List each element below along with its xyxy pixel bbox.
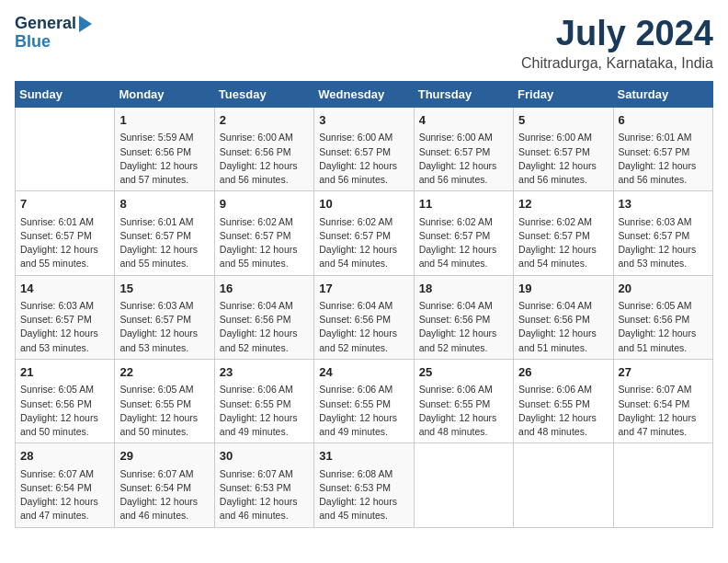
cell-details: Sunrise: 6:06 AM Sunset: 6:55 PM Dayligh… — [419, 383, 508, 439]
day-number: 14 — [20, 280, 109, 298]
calendar-cell: 4Sunrise: 6:00 AM Sunset: 6:57 PM Daylig… — [414, 107, 513, 190]
day-number: 26 — [518, 363, 608, 382]
header: General Blue July 2024 Chitradurga, Karn… — [15, 15, 713, 72]
calendar-cell: 31Sunrise: 6:08 AM Sunset: 6:53 PM Dayli… — [314, 443, 414, 527]
calendar-cell: 25Sunrise: 6:06 AM Sunset: 6:55 PM Dayli… — [414, 359, 513, 442]
logo: General Blue — [15, 15, 92, 52]
location-title: Chitradurga, Karnataka, India — [521, 55, 713, 72]
calendar-week-3: 14Sunrise: 6:03 AM Sunset: 6:57 PM Dayli… — [16, 275, 713, 359]
cell-details: Sunrise: 6:00 AM Sunset: 6:57 PM Dayligh… — [419, 131, 508, 187]
cell-details: Sunrise: 5:59 AM Sunset: 6:56 PM Dayligh… — [119, 131, 209, 187]
cell-details: Sunrise: 6:01 AM Sunset: 6:57 PM Dayligh… — [119, 215, 209, 271]
calendar-cell — [514, 443, 613, 527]
cell-details: Sunrise: 6:07 AM Sunset: 6:54 PM Dayligh… — [619, 383, 708, 439]
cell-details: Sunrise: 6:00 AM Sunset: 6:57 PM Dayligh… — [518, 131, 608, 187]
calendar-cell: 22Sunrise: 6:05 AM Sunset: 6:55 PM Dayli… — [115, 359, 214, 442]
cell-details: Sunrise: 6:02 AM Sunset: 6:57 PM Dayligh… — [518, 215, 608, 271]
calendar-cell — [16, 107, 115, 190]
calendar-cell: 9Sunrise: 6:02 AM Sunset: 6:57 PM Daylig… — [214, 191, 313, 275]
calendar-cell: 12Sunrise: 6:02 AM Sunset: 6:57 PM Dayli… — [514, 191, 613, 275]
calendar-cell: 11Sunrise: 6:02 AM Sunset: 6:57 PM Dayli… — [414, 191, 513, 275]
calendar-cell: 15Sunrise: 6:03 AM Sunset: 6:57 PM Dayli… — [115, 275, 214, 359]
day-number: 2 — [220, 111, 309, 130]
cell-details: Sunrise: 6:04 AM Sunset: 6:56 PM Dayligh… — [518, 299, 608, 355]
header-cell-wednesday: Wednesday — [314, 81, 414, 107]
calendar-cell: 18Sunrise: 6:04 AM Sunset: 6:56 PM Dayli… — [414, 275, 513, 359]
calendar-cell — [613, 443, 712, 527]
calendar-table: SundayMondayTuesdayWednesdayThursdayFrid… — [15, 81, 713, 528]
calendar-cell: 23Sunrise: 6:06 AM Sunset: 6:55 PM Dayli… — [214, 359, 313, 442]
day-number: 30 — [220, 447, 309, 465]
calendar-cell: 27Sunrise: 6:07 AM Sunset: 6:54 PM Dayli… — [613, 359, 712, 442]
day-number: 9 — [220, 195, 309, 213]
day-number: 1 — [119, 111, 209, 130]
day-number: 8 — [119, 195, 209, 213]
calendar-cell: 14Sunrise: 6:03 AM Sunset: 6:57 PM Dayli… — [16, 275, 115, 359]
cell-details: Sunrise: 6:01 AM Sunset: 6:57 PM Dayligh… — [20, 215, 109, 271]
calendar-cell: 7Sunrise: 6:01 AM Sunset: 6:57 PM Daylig… — [16, 191, 115, 275]
header-cell-saturday: Saturday — [613, 81, 712, 107]
day-number: 12 — [518, 195, 608, 213]
calendar-cell: 10Sunrise: 6:02 AM Sunset: 6:57 PM Dayli… — [314, 191, 414, 275]
calendar-cell: 28Sunrise: 6:07 AM Sunset: 6:54 PM Dayli… — [16, 443, 115, 527]
cell-details: Sunrise: 6:03 AM Sunset: 6:57 PM Dayligh… — [20, 299, 109, 355]
cell-details: Sunrise: 6:08 AM Sunset: 6:53 PM Dayligh… — [319, 467, 408, 523]
calendar-header-row: SundayMondayTuesdayWednesdayThursdayFrid… — [16, 81, 713, 107]
day-number: 15 — [119, 280, 209, 298]
day-number: 17 — [319, 280, 408, 298]
cell-details: Sunrise: 6:05 AM Sunset: 6:56 PM Dayligh… — [20, 383, 109, 439]
calendar-cell: 3Sunrise: 6:00 AM Sunset: 6:57 PM Daylig… — [314, 107, 414, 190]
day-number: 4 — [419, 111, 508, 130]
cell-details: Sunrise: 6:05 AM Sunset: 6:55 PM Dayligh… — [119, 383, 209, 439]
title-area: July 2024 Chitradurga, Karnataka, India — [521, 15, 713, 72]
calendar-cell: 20Sunrise: 6:05 AM Sunset: 6:56 PM Dayli… — [613, 275, 712, 359]
header-cell-monday: Monday — [115, 81, 214, 107]
cell-details: Sunrise: 6:07 AM Sunset: 6:53 PM Dayligh… — [220, 467, 309, 523]
day-number: 20 — [619, 280, 708, 298]
calendar-cell: 17Sunrise: 6:04 AM Sunset: 6:56 PM Dayli… — [314, 275, 414, 359]
cell-details: Sunrise: 6:00 AM Sunset: 6:56 PM Dayligh… — [220, 131, 309, 187]
cell-details: Sunrise: 6:04 AM Sunset: 6:56 PM Dayligh… — [220, 299, 309, 355]
calendar-cell: 26Sunrise: 6:06 AM Sunset: 6:55 PM Dayli… — [514, 359, 613, 442]
cell-details: Sunrise: 6:03 AM Sunset: 6:57 PM Dayligh… — [119, 299, 209, 355]
day-number: 29 — [119, 447, 209, 465]
cell-details: Sunrise: 6:01 AM Sunset: 6:57 PM Dayligh… — [619, 131, 708, 187]
day-number: 21 — [20, 363, 109, 382]
day-number: 10 — [319, 195, 408, 213]
day-number: 27 — [619, 363, 708, 382]
calendar-cell: 24Sunrise: 6:06 AM Sunset: 6:55 PM Dayli… — [314, 359, 414, 442]
cell-details: Sunrise: 6:07 AM Sunset: 6:54 PM Dayligh… — [20, 467, 109, 523]
cell-details: Sunrise: 6:06 AM Sunset: 6:55 PM Dayligh… — [319, 383, 408, 439]
day-number: 25 — [419, 363, 508, 382]
header-cell-sunday: Sunday — [16, 81, 115, 107]
cell-details: Sunrise: 6:02 AM Sunset: 6:57 PM Dayligh… — [220, 215, 309, 271]
calendar-week-2: 7Sunrise: 6:01 AM Sunset: 6:57 PM Daylig… — [16, 191, 713, 275]
calendar-body: 1Sunrise: 5:59 AM Sunset: 6:56 PM Daylig… — [16, 107, 713, 527]
day-number: 22 — [119, 363, 209, 382]
calendar-week-1: 1Sunrise: 5:59 AM Sunset: 6:56 PM Daylig… — [16, 107, 713, 190]
day-number: 11 — [419, 195, 508, 213]
day-number: 31 — [319, 447, 408, 465]
calendar-cell: 6Sunrise: 6:01 AM Sunset: 6:57 PM Daylig… — [613, 107, 712, 190]
day-number: 16 — [220, 280, 309, 298]
cell-details: Sunrise: 6:06 AM Sunset: 6:55 PM Dayligh… — [518, 383, 608, 439]
logo-general: General — [15, 15, 76, 33]
cell-details: Sunrise: 6:03 AM Sunset: 6:57 PM Dayligh… — [619, 215, 708, 271]
cell-details: Sunrise: 6:00 AM Sunset: 6:57 PM Dayligh… — [319, 131, 408, 187]
day-number: 18 — [419, 280, 508, 298]
calendar-cell: 13Sunrise: 6:03 AM Sunset: 6:57 PM Dayli… — [613, 191, 712, 275]
day-number: 7 — [20, 195, 109, 213]
header-cell-friday: Friday — [514, 81, 613, 107]
day-number: 24 — [319, 363, 408, 382]
day-number: 6 — [619, 111, 708, 130]
logo-arrow-icon — [79, 16, 92, 32]
calendar-cell: 21Sunrise: 6:05 AM Sunset: 6:56 PM Dayli… — [16, 359, 115, 442]
cell-details: Sunrise: 6:06 AM Sunset: 6:55 PM Dayligh… — [220, 383, 309, 439]
cell-details: Sunrise: 6:04 AM Sunset: 6:56 PM Dayligh… — [319, 299, 408, 355]
calendar-cell: 30Sunrise: 6:07 AM Sunset: 6:53 PM Dayli… — [214, 443, 313, 527]
cell-details: Sunrise: 6:04 AM Sunset: 6:56 PM Dayligh… — [419, 299, 508, 355]
calendar-cell — [414, 443, 513, 527]
month-title: July 2024 — [521, 15, 713, 53]
day-number: 13 — [619, 195, 708, 213]
calendar-cell: 29Sunrise: 6:07 AM Sunset: 6:54 PM Dayli… — [115, 443, 214, 527]
